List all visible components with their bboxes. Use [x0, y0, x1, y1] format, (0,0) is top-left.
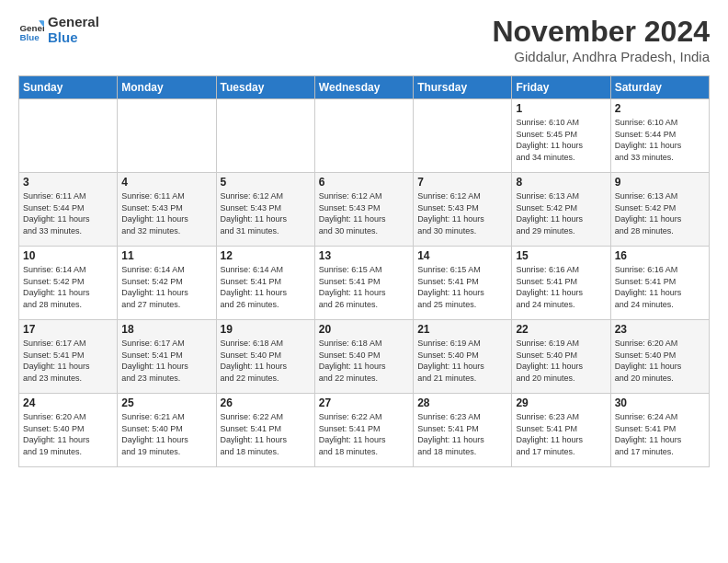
- col-header-monday: Monday: [118, 76, 216, 99]
- day-number: 4: [121, 176, 211, 189]
- week-row-3: 10Sunrise: 6:14 AM Sunset: 5:42 PM Dayli…: [19, 247, 710, 320]
- day-number: 20: [319, 323, 409, 336]
- header: General Blue General Blue November 2024 …: [18, 15, 710, 64]
- day-number: 23: [615, 323, 705, 336]
- day-cell: 25Sunrise: 6:21 AM Sunset: 5:40 PM Dayli…: [118, 394, 216, 467]
- day-info: Sunrise: 6:18 AM Sunset: 5:40 PM Dayligh…: [319, 338, 409, 384]
- header-row: SundayMondayTuesdayWednesdayThursdayFrid…: [19, 76, 710, 99]
- day-number: 14: [417, 249, 507, 262]
- day-number: 30: [615, 396, 705, 409]
- day-cell: 26Sunrise: 6:22 AM Sunset: 5:41 PM Dayli…: [216, 394, 314, 467]
- day-info: Sunrise: 6:14 AM Sunset: 5:42 PM Dayligh…: [121, 264, 211, 310]
- day-number: 15: [516, 249, 606, 262]
- day-cell: 14Sunrise: 6:15 AM Sunset: 5:41 PM Dayli…: [414, 247, 512, 320]
- day-info: Sunrise: 6:13 AM Sunset: 5:42 PM Dayligh…: [615, 190, 705, 236]
- day-cell: 20Sunrise: 6:18 AM Sunset: 5:40 PM Dayli…: [314, 320, 413, 394]
- day-cell: 7Sunrise: 6:12 AM Sunset: 5:43 PM Daylig…: [414, 173, 512, 247]
- day-cell: [414, 99, 512, 173]
- day-cell: [19, 99, 118, 173]
- day-info: Sunrise: 6:10 AM Sunset: 5:44 PM Dayligh…: [615, 117, 705, 163]
- day-number: 19: [221, 323, 311, 336]
- day-cell: 27Sunrise: 6:22 AM Sunset: 5:41 PM Dayli…: [314, 394, 413, 467]
- day-info: Sunrise: 6:23 AM Sunset: 5:41 PM Dayligh…: [417, 411, 507, 457]
- day-number: 8: [516, 176, 606, 189]
- day-number: 11: [121, 249, 211, 262]
- day-cell: 9Sunrise: 6:13 AM Sunset: 5:42 PM Daylig…: [610, 173, 709, 247]
- week-row-1: 1Sunrise: 6:10 AM Sunset: 5:45 PM Daylig…: [19, 99, 710, 173]
- day-number: 9: [615, 176, 705, 189]
- day-cell: 21Sunrise: 6:19 AM Sunset: 5:40 PM Dayli…: [414, 320, 512, 394]
- day-cell: 28Sunrise: 6:23 AM Sunset: 5:41 PM Dayli…: [414, 394, 512, 467]
- day-number: 25: [121, 396, 211, 409]
- day-number: 13: [319, 249, 409, 262]
- col-header-saturday: Saturday: [610, 76, 709, 99]
- logo-icon: General Blue: [18, 17, 44, 43]
- day-number: 2: [615, 102, 705, 115]
- day-number: 24: [23, 396, 113, 409]
- day-cell: 17Sunrise: 6:17 AM Sunset: 5:41 PM Dayli…: [19, 320, 118, 394]
- col-header-thursday: Thursday: [414, 76, 512, 99]
- week-row-5: 24Sunrise: 6:20 AM Sunset: 5:40 PM Dayli…: [19, 394, 710, 467]
- day-info: Sunrise: 6:22 AM Sunset: 5:41 PM Dayligh…: [221, 411, 311, 457]
- week-row-4: 17Sunrise: 6:17 AM Sunset: 5:41 PM Dayli…: [19, 320, 710, 394]
- day-cell: 22Sunrise: 6:19 AM Sunset: 5:40 PM Dayli…: [512, 320, 610, 394]
- week-row-2: 3Sunrise: 6:11 AM Sunset: 5:44 PM Daylig…: [19, 173, 710, 247]
- page: General Blue General Blue November 2024 …: [0, 0, 728, 477]
- svg-text:Blue: Blue: [19, 32, 40, 42]
- day-cell: 30Sunrise: 6:24 AM Sunset: 5:41 PM Dayli…: [610, 394, 709, 467]
- day-cell: 3Sunrise: 6:11 AM Sunset: 5:44 PM Daylig…: [19, 173, 118, 247]
- day-cell: 10Sunrise: 6:14 AM Sunset: 5:42 PM Dayli…: [19, 247, 118, 320]
- day-cell: 13Sunrise: 6:15 AM Sunset: 5:41 PM Dayli…: [314, 247, 413, 320]
- day-cell: 1Sunrise: 6:10 AM Sunset: 5:45 PM Daylig…: [512, 99, 610, 173]
- day-cell: 11Sunrise: 6:14 AM Sunset: 5:42 PM Dayli…: [118, 247, 216, 320]
- day-cell: 24Sunrise: 6:20 AM Sunset: 5:40 PM Dayli…: [19, 394, 118, 467]
- day-cell: [118, 99, 216, 173]
- day-cell: 15Sunrise: 6:16 AM Sunset: 5:41 PM Dayli…: [512, 247, 610, 320]
- day-cell: 29Sunrise: 6:23 AM Sunset: 5:41 PM Dayli…: [512, 394, 610, 467]
- day-number: 17: [23, 323, 113, 336]
- day-info: Sunrise: 6:22 AM Sunset: 5:41 PM Dayligh…: [319, 411, 409, 457]
- day-cell: 6Sunrise: 6:12 AM Sunset: 5:43 PM Daylig…: [314, 173, 413, 247]
- day-number: 29: [516, 396, 606, 409]
- day-number: 16: [615, 249, 705, 262]
- day-cell: 16Sunrise: 6:16 AM Sunset: 5:41 PM Dayli…: [610, 247, 709, 320]
- title-block: November 2024 Giddalur, Andhra Pradesh, …: [492, 15, 710, 64]
- day-cell: [216, 99, 314, 173]
- day-cell: [314, 99, 413, 173]
- logo-general: General: [48, 15, 99, 30]
- day-number: 3: [23, 176, 113, 189]
- day-number: 1: [516, 102, 606, 115]
- day-info: Sunrise: 6:17 AM Sunset: 5:41 PM Dayligh…: [121, 338, 211, 384]
- day-info: Sunrise: 6:24 AM Sunset: 5:41 PM Dayligh…: [615, 411, 705, 457]
- day-info: Sunrise: 6:16 AM Sunset: 5:41 PM Dayligh…: [516, 264, 606, 310]
- day-info: Sunrise: 6:17 AM Sunset: 5:41 PM Dayligh…: [23, 338, 113, 384]
- day-number: 10: [23, 249, 113, 262]
- day-info: Sunrise: 6:12 AM Sunset: 5:43 PM Dayligh…: [221, 190, 311, 236]
- day-cell: 19Sunrise: 6:18 AM Sunset: 5:40 PM Dayli…: [216, 320, 314, 394]
- subtitle: Giddalur, Andhra Pradesh, India: [492, 49, 710, 64]
- col-header-wednesday: Wednesday: [314, 76, 413, 99]
- day-info: Sunrise: 6:21 AM Sunset: 5:40 PM Dayligh…: [121, 411, 211, 457]
- day-number: 28: [417, 396, 507, 409]
- day-cell: 4Sunrise: 6:11 AM Sunset: 5:43 PM Daylig…: [118, 173, 216, 247]
- month-title: November 2024: [492, 15, 710, 49]
- day-info: Sunrise: 6:11 AM Sunset: 5:44 PM Dayligh…: [23, 190, 113, 236]
- day-cell: 2Sunrise: 6:10 AM Sunset: 5:44 PM Daylig…: [610, 99, 709, 173]
- day-info: Sunrise: 6:12 AM Sunset: 5:43 PM Dayligh…: [319, 190, 409, 236]
- day-cell: 8Sunrise: 6:13 AM Sunset: 5:42 PM Daylig…: [512, 173, 610, 247]
- day-info: Sunrise: 6:16 AM Sunset: 5:41 PM Dayligh…: [615, 264, 705, 310]
- day-info: Sunrise: 6:23 AM Sunset: 5:41 PM Dayligh…: [516, 411, 606, 457]
- day-info: Sunrise: 6:14 AM Sunset: 5:41 PM Dayligh…: [221, 264, 311, 310]
- day-number: 18: [121, 323, 211, 336]
- calendar-table: SundayMondayTuesdayWednesdayThursdayFrid…: [18, 75, 710, 467]
- col-header-sunday: Sunday: [19, 76, 118, 99]
- day-info: Sunrise: 6:14 AM Sunset: 5:42 PM Dayligh…: [23, 264, 113, 310]
- day-number: 27: [319, 396, 409, 409]
- col-header-tuesday: Tuesday: [216, 76, 314, 99]
- day-info: Sunrise: 6:19 AM Sunset: 5:40 PM Dayligh…: [516, 338, 606, 384]
- day-number: 7: [417, 176, 507, 189]
- day-info: Sunrise: 6:11 AM Sunset: 5:43 PM Dayligh…: [121, 190, 211, 236]
- day-number: 12: [221, 249, 311, 262]
- day-number: 26: [221, 396, 311, 409]
- day-number: 22: [516, 323, 606, 336]
